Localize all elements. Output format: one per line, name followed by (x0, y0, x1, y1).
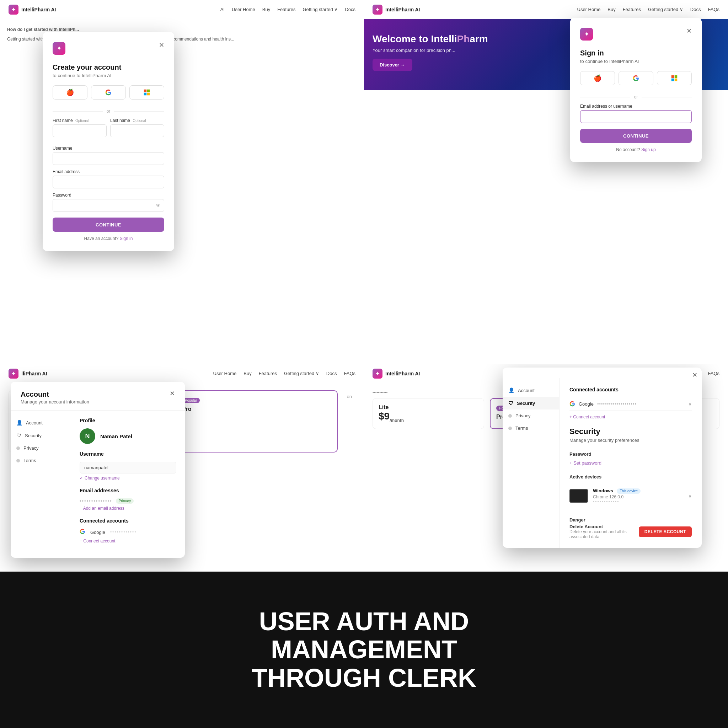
nav-userhome[interactable]: User Home (232, 7, 255, 12)
logo-icon-tl: ✦ (9, 5, 18, 15)
navbar-tl: ✦ IntelliPharm AI AI User Home Buy Featu… (0, 0, 364, 19)
nav-ai[interactable]: AI (220, 7, 225, 12)
account-main-content: Profile N Naman Patel Username namanpate… (71, 411, 185, 558)
nav-features-bl[interactable]: Features (259, 371, 277, 376)
set-password-link[interactable]: + Set password (569, 460, 692, 466)
nav-getting-started[interactable]: Getting started ∨ (303, 7, 338, 12)
connect-account-link[interactable]: + Connect account (80, 538, 176, 543)
oauth-row-signin: 🍎 (580, 71, 692, 85)
security-subtitle: Manage your security preferences (569, 437, 692, 443)
sidebar-item-terms[interactable]: Terms (11, 454, 71, 467)
nav-features[interactable]: Features (277, 7, 295, 12)
profile-section-title: Profile (80, 418, 176, 424)
change-username-link[interactable]: ✓ Change username (80, 476, 176, 480)
nav-userhome-tr[interactable]: User Home (577, 7, 601, 12)
profile-avatar-row: N Naman Patel (80, 428, 176, 444)
security-layout: 👤 Account 🛡 Security Privacy Terms (503, 378, 702, 548)
account-modal-title: Account (21, 390, 89, 399)
signin-link[interactable]: Sign in (120, 236, 133, 241)
apple-oauth-btn-signin[interactable]: 🍎 (580, 71, 615, 85)
first-name-label: First name Optional (53, 118, 107, 123)
navbar-links-bl: User Home Buy Features Getting started ∨… (213, 371, 356, 376)
password-input[interactable] (53, 199, 164, 212)
nav-getting-started-tr[interactable]: Getting started ∨ (648, 7, 683, 12)
sidebar-item-account[interactable]: 👤 Account (11, 416, 71, 429)
navbar-logo-bl: ✦ lliPharm AI (9, 369, 47, 379)
delete-account-info: Delete Account Delete your account and a… (569, 524, 639, 539)
google-oauth-btn[interactable] (91, 85, 126, 99)
email-section: Email addresses •••••••••••••• Primary +… (80, 488, 176, 511)
close-button-signin[interactable]: ✕ (687, 28, 692, 34)
pricing-lite-br: Lite $9/month (373, 398, 484, 429)
modal-footer-create: Have an account? Sign in (53, 236, 164, 241)
modal-logo-create: ✦ (53, 42, 66, 55)
hero-title-highlight: Ph (457, 34, 470, 44)
nav-docs[interactable]: Docs (345, 7, 355, 12)
microsoft-oauth-btn-signin[interactable] (657, 71, 692, 85)
nav-faqs-bl[interactable]: FAQs (344, 371, 355, 376)
security-sidebar-account[interactable]: 👤 Account (503, 384, 559, 397)
nav-faqs-tr[interactable]: FAQs (708, 7, 719, 12)
email-input-signin[interactable] (580, 110, 692, 123)
security-sidebar-security[interactable]: 🛡 Security (503, 397, 559, 410)
security-sidebar-privacy[interactable]: Privacy (503, 410, 559, 422)
continue-button-signin[interactable]: CONTINUE (580, 128, 692, 143)
account-modal: Account Manage your account information … (11, 382, 185, 558)
nav-getting-started-bl[interactable]: Getting started ∨ (284, 371, 319, 376)
add-email-link[interactable]: + Add an email address (80, 506, 176, 511)
discover-button[interactable]: Discover → (373, 59, 412, 71)
continue-button-create[interactable]: CONTINUE (53, 217, 164, 232)
nav-buy[interactable]: Buy (262, 7, 270, 12)
danger-section-title: Danger (569, 517, 692, 523)
nav-userhome-bl[interactable]: User Home (213, 371, 237, 376)
apple-oauth-btn[interactable]: 🍎 (53, 85, 87, 99)
sidebar-item-security[interactable]: 🛡 Security (11, 429, 71, 442)
last-name-optional: Optional (133, 119, 146, 122)
active-devices-section: Active devices Windows This device Chrom… (569, 474, 692, 509)
nav-buy-tr[interactable]: Buy (607, 7, 615, 12)
profile-name: Naman Patel (100, 433, 132, 439)
close-button-create[interactable]: ✕ (159, 42, 164, 48)
eye-icon[interactable]: 👁 (156, 203, 161, 208)
close-button-account[interactable]: ✕ (170, 390, 175, 397)
account-modal-body: 👤 Account 🛡 Security Privacy Terms (11, 411, 185, 558)
or-divider-create: or (53, 109, 164, 114)
quadrant-top-right: ✦ IntelliPharm AI User Home Buy Features… (364, 0, 728, 364)
connected-accounts-title: Connected accounts (569, 387, 692, 392)
connect-account-security[interactable]: + Connect account (569, 414, 605, 419)
microsoft-oauth-btn[interactable] (129, 85, 164, 99)
first-name-input[interactable] (53, 124, 107, 137)
email-input-create[interactable] (53, 176, 164, 188)
sidebar-item-privacy[interactable]: Privacy (11, 442, 71, 454)
app-name-tl: IntelliPharm AI (21, 7, 56, 12)
email-row: •••••••••••••• Primary (80, 499, 176, 504)
nav-features-tr[interactable]: Features (623, 7, 641, 12)
signup-link[interactable]: Sign up (641, 147, 656, 152)
nav-docs-bl[interactable]: Docs (326, 371, 337, 376)
chevron-icon: ∨ (688, 401, 692, 407)
nav-buy-bl[interactable]: Buy (243, 371, 251, 376)
banner-text: USER AUTH AND MANAGEMENT THROUGH CLERK (252, 607, 476, 692)
profile-avatar: N (80, 428, 95, 444)
svg-rect-3 (147, 93, 150, 96)
device-info: Windows This device Chrome 126.0.0 •••••… (593, 487, 683, 505)
nav-docs-tr[interactable]: Docs (690, 7, 701, 12)
navbar-tr: ✦ IntelliPharm AI User Home Buy Features… (364, 0, 728, 19)
connected-accounts-top: Connected accounts Google ••••••••••••••… (569, 387, 692, 420)
password-input-wrapper: 👁 (53, 199, 164, 212)
device-name: Windows (593, 488, 613, 493)
create-account-title: Create your account (53, 63, 164, 72)
last-name-input[interactable] (110, 124, 164, 137)
username-section: Username namanpatel ✓ Change username (80, 451, 176, 480)
username-input[interactable] (53, 152, 164, 165)
security-sidebar-terms[interactable]: Terms (503, 422, 559, 434)
pricing-card-on: on (343, 390, 355, 453)
google-label-security: Google (579, 401, 593, 407)
google-oauth-btn-signin[interactable] (618, 71, 653, 85)
nav-faqs-br[interactable]: FAQs (708, 371, 719, 376)
svg-rect-7 (674, 78, 678, 81)
close-button-security[interactable]: ✕ (692, 372, 697, 378)
bottom-banner: USER AUTH AND MANAGEMENT THROUGH CLERK (0, 572, 728, 728)
delete-account-button[interactable]: DELETE ACCOUNT (639, 526, 692, 537)
navbar-logo-br: ✦ IntelliPharm AI (373, 369, 420, 379)
